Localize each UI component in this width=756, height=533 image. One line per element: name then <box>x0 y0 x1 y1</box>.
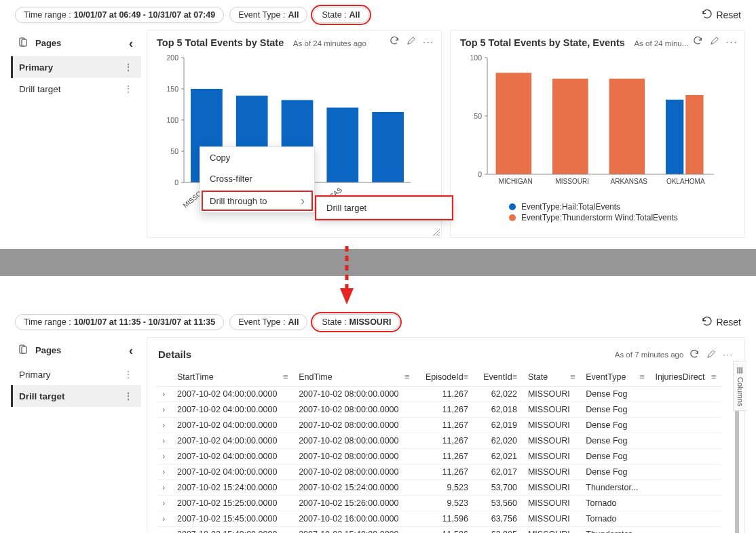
sidebar-item-label: Primary <box>19 62 53 73</box>
table-row[interactable]: ›2007-10-02 04:00:00.00002007-10-02 08:0… <box>157 387 721 402</box>
reset-button[interactable]: Reset <box>701 9 741 22</box>
filter-event-type[interactable]: Event Type : All <box>229 314 307 330</box>
sort-icon[interactable]: ≡ <box>464 372 468 382</box>
refresh-icon[interactable] <box>390 36 400 47</box>
table-row[interactable]: ›2007-10-02 04:00:00.00002007-10-02 08:0… <box>157 418 721 433</box>
filter-bar: Time range : 10/01/07 at 11:35 - 10/31/0… <box>5 307 751 337</box>
expand-row-icon[interactable]: › <box>157 480 172 496</box>
col-EpisodeId[interactable]: EpisodeId≡ <box>415 368 474 387</box>
table-row[interactable]: ›2007-10-02 04:00:00.00002007-10-02 08:0… <box>157 433 721 449</box>
edit-icon[interactable] <box>407 36 416 47</box>
svg-text:MISSOURI: MISSOURI <box>556 178 589 185</box>
more-vertical-icon[interactable]: ⋮ <box>124 369 133 380</box>
columns-label: Columns <box>736 377 744 406</box>
card1-asof: As of 24 minutes ago <box>293 39 366 47</box>
expand-row-icon[interactable]: › <box>157 465 172 480</box>
ctx-drill-target[interactable]: Drill target <box>317 197 451 218</box>
sidebar-item-page[interactable]: Drill target⋮ <box>11 78 141 100</box>
undo-icon <box>701 316 712 329</box>
filter-state-value: MISSOURI <box>349 317 392 327</box>
collapse-sidebar-icon[interactable] <box>129 37 133 50</box>
refresh-icon[interactable] <box>694 36 703 47</box>
cell-EventType: Tornado <box>580 496 649 511</box>
cell-EventType: Dense Fog <box>580 449 649 465</box>
cell-InjuriesDirect <box>649 511 721 527</box>
col-State[interactable]: State≡ <box>523 368 580 387</box>
filter-state[interactable]: State : All <box>313 7 368 23</box>
cell-EndTime: 2007-10-02 15:24:00.0000 <box>293 480 415 496</box>
reset-button[interactable]: Reset <box>701 316 741 329</box>
sidebar-item-page[interactable]: Primary⋮ <box>11 56 141 78</box>
col-EventType[interactable]: EventType≡ <box>580 368 649 387</box>
filter-state-label: State : <box>322 317 346 327</box>
table-row[interactable]: ›2007-10-02 04:00:00.00002007-10-02 08:0… <box>157 465 721 480</box>
details-asof: As of 7 minutes ago <box>615 351 684 359</box>
legend-label-hail: EventType:Hail:TotalEvents <box>521 202 620 212</box>
col-EventId[interactable]: EventId≡ <box>474 368 523 387</box>
columns-icon: ▥ <box>736 366 744 374</box>
cell-EventId: 62,020 <box>474 433 523 449</box>
scrollbar[interactable] <box>735 393 739 533</box>
expand-row-icon[interactable]: › <box>157 449 172 465</box>
expand-row-icon[interactable]: › <box>157 418 172 433</box>
expand-row-icon[interactable]: › <box>157 527 172 534</box>
cell-EventType: Dense Fog <box>580 465 649 480</box>
table-row[interactable]: ›2007-10-02 04:00:00.00002007-10-02 08:0… <box>157 402 721 418</box>
chart-bar-events[interactable]: 050100MICHIGANMISSOURIARKANSASOKLAHOMA <box>460 54 718 196</box>
sort-icon[interactable]: ≡ <box>404 372 409 382</box>
table-row[interactable]: ›2007-10-02 15:45:00.00002007-10-02 16:0… <box>157 511 721 527</box>
refresh-icon[interactable] <box>690 349 700 360</box>
cell-EpisodeId: 11,267 <box>415 402 474 418</box>
columns-panel-tab[interactable]: ▥ Columns <box>733 361 746 411</box>
edit-icon[interactable] <box>710 36 719 47</box>
sort-icon[interactable]: ≡ <box>711 372 716 382</box>
cell-EventId: 63,756 <box>474 511 523 527</box>
sidebar-item-page[interactable]: Primary⋮ <box>11 363 141 385</box>
edit-icon[interactable] <box>706 349 716 360</box>
filter-time-label: Time range : <box>24 10 71 20</box>
table-row[interactable]: ›2007-10-02 04:00:00.00002007-10-02 08:0… <box>157 449 721 465</box>
sidebar-item-page[interactable]: Drill target⋮ <box>11 385 141 407</box>
svg-text:0: 0 <box>174 178 178 186</box>
reset-label: Reset <box>716 317 741 328</box>
more-vertical-icon[interactable]: ⋮ <box>124 391 133 401</box>
col-EndTime[interactable]: EndTime≡ <box>293 368 415 387</box>
sort-icon[interactable]: ≡ <box>512 372 517 382</box>
filter-time-label: Time range : <box>24 317 71 327</box>
more-vertical-icon[interactable]: ⋮ <box>124 83 133 94</box>
col-InjuriesDirect[interactable]: InjuriesDirect≡ <box>649 368 721 387</box>
cell-EpisodeId: 11,267 <box>415 433 474 449</box>
table-row[interactable]: ›2007-10-02 15:49:00.00002007-10-02 15:4… <box>157 527 721 534</box>
filter-time-range[interactable]: Time range : 10/01/07 at 11:35 - 10/31/0… <box>15 314 224 330</box>
ctx-cross-filter[interactable]: Cross-filter <box>200 168 314 189</box>
cell-EndTime: 2007-10-02 08:00:00.0000 <box>293 465 415 480</box>
sort-icon[interactable]: ≡ <box>639 372 644 382</box>
expand-row-icon[interactable]: › <box>157 402 172 418</box>
expand-row-icon[interactable]: › <box>157 433 172 449</box>
resize-handle-icon[interactable] <box>433 229 440 236</box>
more-icon[interactable]: ··· <box>423 37 434 47</box>
svg-rect-19 <box>372 112 404 182</box>
cell-InjuriesDirect <box>649 527 721 534</box>
filter-state[interactable]: State : MISSOURI <box>313 314 400 330</box>
more-icon[interactable]: ··· <box>726 37 738 47</box>
collapse-sidebar-icon[interactable] <box>129 344 133 357</box>
expand-row-icon[interactable]: › <box>157 496 172 511</box>
expand-row-icon[interactable]: › <box>157 511 172 527</box>
table-row[interactable]: ›2007-10-02 15:25:00.00002007-10-02 15:2… <box>157 496 721 511</box>
table-row[interactable]: ›2007-10-02 15:24:00.00002007-10-02 15:2… <box>157 480 721 496</box>
cell-EpisodeId: 11,267 <box>415 465 474 480</box>
col-StartTime[interactable]: StartTime≡ <box>172 368 293 387</box>
filter-event-type[interactable]: Event Type : All <box>229 7 307 23</box>
filter-time-range[interactable]: Time range : 10/01/07 at 06:49 - 10/31/0… <box>15 7 224 23</box>
ctx-copy[interactable]: Copy <box>200 147 314 168</box>
ctx-drill-through[interactable]: Drill through to <box>200 189 314 212</box>
expand-row-icon[interactable]: › <box>157 387 172 402</box>
pages-sidebar: Pages Primary⋮Drill target⋮ <box>11 30 141 238</box>
sort-icon[interactable]: ≡ <box>283 372 288 382</box>
sort-icon[interactable]: ≡ <box>570 372 575 382</box>
svg-text:OKLAHOMA: OKLAHOMA <box>666 178 705 185</box>
more-vertical-icon[interactable]: ⋮ <box>124 62 133 73</box>
cell-InjuriesDirect <box>649 387 721 402</box>
more-icon[interactable]: ··· <box>723 351 734 359</box>
